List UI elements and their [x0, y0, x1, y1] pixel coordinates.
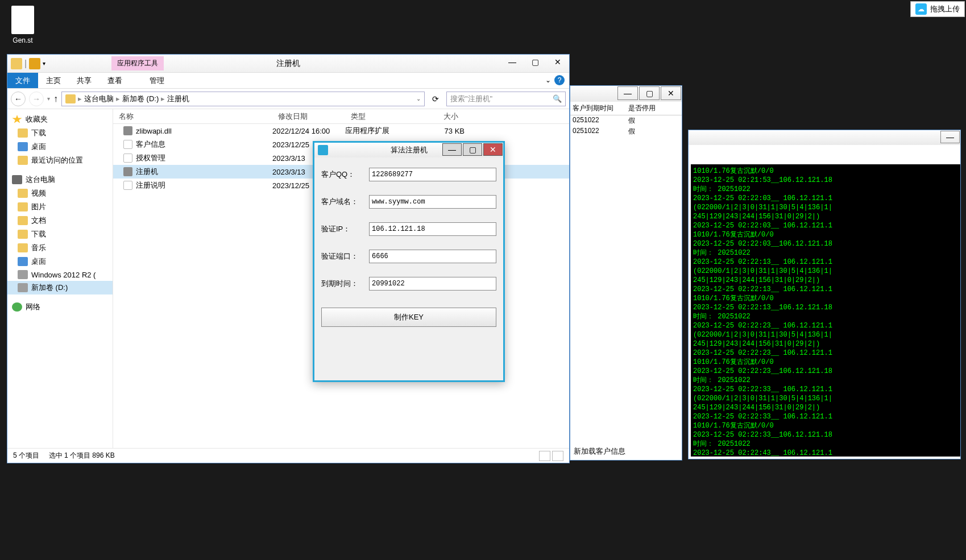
file-icon [11, 6, 34, 34]
folder-icon [18, 189, 28, 198]
ribbon-tabs: 文件 主页 共享 查看 管理 ⌄ ? [7, 73, 569, 89]
folder-icon [18, 257, 28, 266]
nav-item[interactable]: 新加卷 (D:) [7, 281, 113, 294]
navigation-row: ← → ▾ ↑ ▸ 这台电脑 ▸ 新加卷 (D:) ▸ 注册机 ⌄ ⟳ 搜索"注… [7, 89, 569, 109]
reload-customers[interactable]: 新加载客户信息 [574, 446, 625, 457]
nav-item[interactable]: 音乐 [7, 241, 113, 255]
titlebar[interactable]: | ▾ 应用程序工具 注册机 — ▢ ✕ [7, 55, 569, 73]
nav-item[interactable]: 桌面 [7, 255, 113, 268]
network-icon [12, 302, 22, 312]
refresh-button[interactable]: ⟳ [428, 92, 443, 106]
close-button[interactable]: ✕ [661, 86, 681, 100]
collapse-ribbon-icon[interactable]: ⌄ [545, 76, 551, 84]
crumb-computer[interactable]: 这台电脑 [84, 94, 114, 104]
nav-item[interactable]: 下载 [7, 227, 113, 241]
forward-button[interactable]: → [29, 92, 44, 106]
tab-share[interactable]: 共享 [69, 73, 99, 88]
crumb-drive[interactable]: 新加卷 (D:) [122, 94, 159, 104]
qq-label: 客户QQ： [321, 169, 364, 180]
header-name[interactable]: 名称 [113, 111, 272, 122]
titlebar[interactable]: — [689, 130, 960, 145]
tab-file[interactable]: 文件 [7, 73, 38, 88]
history-chevron-icon[interactable]: ▾ [47, 96, 50, 102]
titlebar[interactable]: 算法注册机 — ▢ ✕ [314, 143, 503, 157]
port-label: 验证端口： [321, 251, 364, 262]
cloud-icon: ☁ [915, 3, 927, 15]
address-dropdown-icon[interactable]: ⌄ [416, 96, 421, 102]
tab-manage[interactable]: 管理 [142, 73, 172, 88]
file-icon [123, 181, 132, 190]
nav-network[interactable]: 网络 [7, 300, 113, 314]
upload-widget[interactable]: ☁ 拖拽上传 [910, 1, 965, 17]
port-input[interactable] [369, 250, 496, 263]
nav-item[interactable]: 文档 [7, 214, 113, 227]
domain-input[interactable] [369, 195, 496, 209]
table-row[interactable]: 0251022假 [570, 126, 682, 137]
header-modified[interactable]: 修改日期 [272, 111, 345, 122]
table-row[interactable]: 0251022假 [570, 115, 682, 126]
folder-icon[interactable] [29, 58, 40, 69]
keygen-dialog: 算法注册机 — ▢ ✕ 客户QQ： 客户域名： 验证IP： 验证端口： 到期时间… [313, 141, 505, 382]
chevron-right-icon: ▸ [161, 94, 165, 103]
ip-input[interactable] [369, 222, 496, 236]
file-icon [123, 167, 132, 176]
minimize-button[interactable]: — [501, 55, 524, 69]
nav-item[interactable]: 最近访问的位置 [7, 154, 113, 167]
crumb-folder[interactable]: 注册机 [167, 94, 189, 104]
folder-icon [11, 58, 22, 69]
up-button[interactable]: ↑ [53, 94, 58, 104]
domain-label: 客户域名： [321, 197, 364, 207]
minimize-button[interactable]: — [940, 131, 960, 143]
folder-icon [18, 270, 28, 279]
address-bar[interactable]: ▸ 这台电脑 ▸ 新加卷 (D:) ▸ 注册机 ⌄ [61, 92, 425, 106]
customer-list-window: — ▢ ✕ 客户到期时间 是否停用 0251022假0251022假 新加载客户… [570, 85, 682, 461]
search-placeholder: 搜索"注册机" [450, 94, 492, 104]
tab-view[interactable]: 查看 [99, 73, 130, 88]
expire-input[interactable] [369, 277, 496, 291]
desktop-icon-label: Gen.st [6, 36, 40, 44]
close-button[interactable]: ✕ [483, 143, 503, 156]
qat-chevron[interactable]: ▾ [43, 60, 45, 67]
qq-input[interactable] [369, 168, 496, 181]
column-headers: 名称 修改日期 类型 大小 [113, 109, 569, 124]
item-count: 5 个项目 [13, 451, 39, 459]
nav-item[interactable]: 下载 [7, 126, 113, 140]
maximize-button[interactable]: ▢ [524, 55, 546, 69]
nav-item[interactable]: 视频 [7, 186, 113, 200]
file-row[interactable]: zlibwapi.dll 2022/12/24 16:00 应用程序扩展 73 … [113, 124, 569, 138]
folder-icon [18, 283, 28, 292]
upload-label: 拖拽上传 [930, 4, 960, 14]
help-icon[interactable]: ? [554, 75, 565, 85]
header-size[interactable]: 大小 [419, 111, 465, 122]
col-disabled: 是否停用 [626, 103, 682, 113]
desktop-icon-genst[interactable]: Gen.st [6, 6, 40, 44]
nav-item[interactable]: 图片 [7, 200, 113, 214]
folder-icon [18, 128, 28, 138]
minimize-button[interactable]: — [442, 143, 462, 156]
back-button[interactable]: ← [11, 92, 26, 106]
tab-home[interactable]: 主页 [38, 73, 69, 88]
close-button[interactable]: ✕ [546, 55, 569, 69]
titlebar[interactable]: — ▢ ✕ [570, 86, 682, 102]
minimize-button[interactable]: — [617, 86, 638, 100]
context-tab-app-tools[interactable]: 应用程序工具 [111, 56, 164, 70]
search-input[interactable]: 搜索"注册机" 🔍 [446, 92, 566, 106]
selection-info: 选中 1 个项目 896 KB [49, 451, 115, 459]
maximize-button[interactable]: ▢ [639, 86, 660, 100]
folder-icon [18, 230, 28, 239]
nav-computer[interactable]: 这台电脑 [7, 173, 113, 186]
nav-item[interactable]: 桌面 [7, 140, 113, 154]
nav-favorites[interactable]: 收藏夹 [7, 113, 113, 126]
file-icon [123, 140, 132, 149]
folder-icon [18, 243, 28, 252]
qat-divider: | [24, 59, 27, 69]
folder-icon [18, 156, 28, 165]
header-type[interactable]: 类型 [345, 111, 419, 122]
dialog-title: 算法注册机 [391, 145, 428, 155]
nav-item[interactable]: Windows 2012 R2 ( [7, 268, 113, 281]
star-icon [12, 115, 22, 124]
make-key-button[interactable]: 制作KEY [321, 308, 496, 327]
thumbnails-view-icon[interactable] [552, 451, 563, 461]
details-view-icon[interactable] [539, 451, 550, 461]
maximize-button[interactable]: ▢ [463, 143, 482, 156]
